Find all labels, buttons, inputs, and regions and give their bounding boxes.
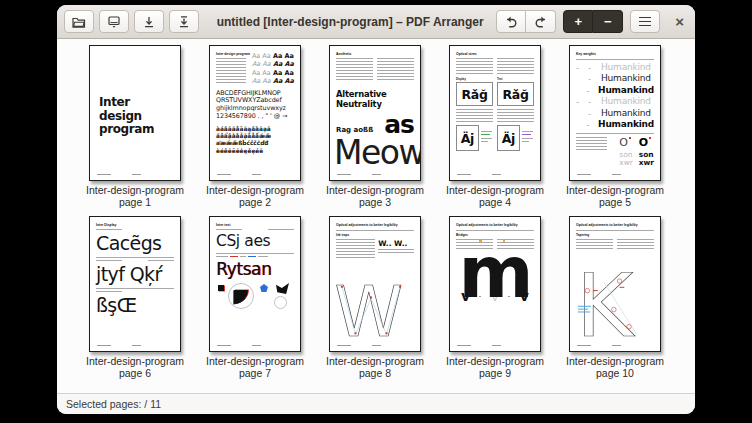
undo-redo-group [496, 10, 556, 33]
specimen-line-2: jtyf Qķŕ [96, 263, 174, 285]
toolbar-left [64, 10, 204, 33]
weight-sample: Humankind [601, 62, 651, 73]
import-arrow-icon [141, 14, 157, 30]
text-placeholder [576, 137, 607, 150]
as-specimen: as [384, 116, 414, 134]
window-title: untitled [Inter-design-program] – PDF Ar… [204, 15, 496, 29]
rag-display-box: Rǎğ [456, 82, 493, 106]
svg-text:W: W [334, 279, 403, 343]
text-placeholder [377, 58, 414, 82]
text-placeholder [456, 109, 493, 122]
zoom-out-button[interactable]: − [593, 10, 623, 33]
detail-circle-large [228, 283, 254, 309]
detail-blob [234, 290, 248, 304]
page-caption: Inter-design-programpage 10 [566, 355, 664, 379]
accents-specimen: àáâãäåāăąǎȁȃạả ầẫẩậằẵẳặǟǡǻǽǣ ẚæǽǣßḃćĉčċď… [216, 126, 294, 155]
page-footer [337, 174, 413, 175]
page8-subhead: Ink traps [336, 233, 414, 237]
open-button[interactable] [64, 10, 94, 33]
page-thumbnail-9: Optical adjustments to better legibility… [435, 216, 555, 379]
toolbar-right: + − × [496, 10, 688, 33]
close-button[interactable]: × [671, 13, 688, 30]
folder-open-icon [71, 14, 87, 30]
page-footer [457, 345, 533, 346]
page-thumbnail-3: Aesthetic Alternative Neutrality Rag aoß… [315, 45, 435, 208]
text-placeholder [497, 58, 534, 74]
weight-sample: Humankind [601, 73, 651, 84]
page-1-preview[interactable]: Inter design program [89, 45, 181, 181]
text-placeholder [96, 229, 122, 230]
document-area: Inter design program Inter-design-progra… [57, 39, 695, 393]
page-8-preview[interactable]: Optical adjustments to better legibility… [329, 216, 421, 352]
statusbar: Selected pages: / 11 [57, 393, 695, 414]
page-caption: Inter-design-programpage 2 [206, 184, 304, 208]
text-placeholder [268, 229, 294, 230]
page-caption: Inter-design-programpage 7 [206, 355, 304, 379]
page7-header: Inter text [216, 223, 294, 227]
page10-header: Optical adjustments to better legibility [576, 223, 654, 227]
detail-circle-small [274, 296, 287, 309]
undo-icon [503, 14, 519, 30]
selected-pages-value: / 11 [144, 398, 161, 410]
import-button[interactable] [134, 10, 164, 33]
titlebar: untitled [Inter-design-program] – PDF Ar… [57, 5, 695, 39]
text-placeholder [336, 58, 373, 82]
page-10-preview[interactable]: Optical adjustments to better legibility… [569, 216, 661, 352]
page-thumbnail-2: Inter design program Aa Aa Aa Aa Aa Aa A… [195, 45, 315, 208]
page-caption: Inter-design-programpage 5 [566, 184, 664, 208]
page3-header: Aesthetic [336, 52, 414, 56]
undo-button[interactable] [496, 10, 526, 33]
page-thumbnail-8: Optical adjustments to better legibility… [315, 216, 435, 379]
zoom-out-icon: − [604, 15, 612, 28]
weight-sample: Humankind [598, 119, 654, 130]
bridge-marker [503, 239, 506, 242]
page-caption: Inter-design-programpage 8 [326, 355, 424, 379]
page-thumbnail-6: Inter Display Cacẽgs jtyf Qķŕ ßşŒ Inter-… [75, 216, 195, 379]
son-light-sample: son xwr [619, 151, 632, 167]
text-placeholder [617, 239, 654, 251]
annotation-lines [216, 256, 294, 257]
page5-header: Key weights [576, 52, 654, 56]
page-footer [337, 345, 413, 346]
page-4-preview[interactable]: Optical sizes Display Rǎğ Text Rǎğ [449, 45, 541, 181]
display-label: Display [456, 77, 493, 81]
export-button[interactable] [169, 10, 199, 33]
page-9-preview[interactable]: Optical adjustments to better legibility… [449, 216, 541, 352]
bridge-marker [479, 239, 482, 242]
page-footer [97, 345, 173, 346]
page-2-preview[interactable]: Inter design program Aa Aa Aa Aa Aa Aa A… [209, 45, 301, 181]
page-footer [97, 174, 173, 175]
alphabet-specimen: ABCDEFGHIJKLMNOP QRSTUVWXYZabcdef ghijkl… [216, 90, 294, 121]
zoom-in-button[interactable]: + [563, 10, 593, 33]
annotation-lines [481, 125, 493, 151]
glyph-detail-shapes [216, 282, 294, 313]
redo-button[interactable] [526, 10, 556, 33]
page-caption: Inter-design-programpage 6 [86, 355, 184, 379]
page-6-preview[interactable]: Inter Display Cacẽgs jtyf Qķŕ ßşŒ [89, 216, 181, 352]
save-button[interactable] [99, 10, 129, 33]
specimen-line-1: CSj aes [216, 232, 294, 250]
page-5-preview[interactable]: Key weights ––Humankind –Humankind –Huma… [569, 45, 661, 181]
text-placeholder [456, 58, 493, 74]
page-thumbnail-4: Optical sizes Display Rǎğ Text Rǎğ [435, 45, 555, 208]
text-placeholder [576, 239, 613, 251]
menu-button[interactable] [630, 10, 660, 33]
page-7-preview[interactable]: Inter text CSj aes Rytsan [209, 216, 301, 352]
page-footer [577, 345, 653, 346]
page-caption: Inter-design-programpage 3 [326, 184, 424, 208]
redo-icon [533, 14, 549, 30]
w-outline-diagram: W [333, 279, 409, 343]
text-placeholder [378, 249, 414, 254]
o-bold-sample: O [639, 137, 654, 149]
text-placeholder [96, 260, 122, 261]
text-placeholder [148, 260, 174, 261]
page1-title: Inter design program [99, 96, 154, 137]
rag-text-box: Rǎğ [497, 82, 534, 106]
aj-display-box: Äj [456, 125, 479, 151]
page-footer [577, 174, 653, 175]
page-3-preview[interactable]: Aesthetic Alternative Neutrality Rag aoß… [329, 45, 421, 181]
meow-specimen: Meow [334, 136, 414, 169]
save-icon [106, 14, 122, 30]
text-placeholder [96, 291, 122, 292]
page10-subhead: Tapering [576, 233, 654, 237]
